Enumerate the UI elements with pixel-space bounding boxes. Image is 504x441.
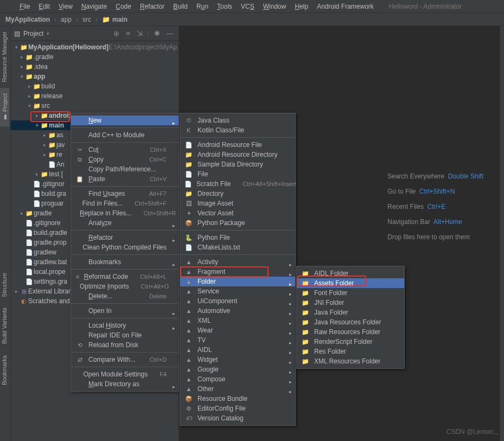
menu-item[interactable]: Open In <box>71 306 178 316</box>
menu-view[interactable]: View <box>55 2 76 11</box>
menu-item[interactable]: 📁RenderScript Folder <box>297 337 404 347</box>
menu-code[interactable]: Code <box>112 2 135 11</box>
menu-item[interactable]: ▲Compose <box>180 374 295 384</box>
crumb-app[interactable]: app <box>61 16 72 23</box>
menu-navigate[interactable]: Navigate <box>78 2 110 11</box>
tree-row[interactable]: ▸📁.idea <box>11 62 178 72</box>
menu-item[interactable]: ⇄Compare With...Ctrl+D <box>71 355 178 365</box>
menu-item[interactable]: 📁Assets Folder <box>297 278 404 288</box>
target-icon[interactable]: ⊕ <box>112 29 121 37</box>
menu-item[interactable]: ▲UiComponent <box>180 296 295 306</box>
menu-item[interactable]: ▲Automotive <box>180 306 295 316</box>
tab-resource-manager[interactable]: Resource Manager <box>0 26 9 88</box>
menu-item[interactable]: ▲AIDL <box>180 345 295 355</box>
menu-item[interactable]: Open Module SettingsF4 <box>71 369 178 379</box>
menu-refactor[interactable]: Refactor <box>137 2 168 11</box>
collapse-icon[interactable]: ≡ <box>124 29 132 37</box>
menu-item[interactable]: ▲Activity <box>180 257 295 267</box>
context-menu-main[interactable]: NewAdd C++ to Module✂CutCtrl+X⧉CopyCtrl+… <box>71 113 179 392</box>
menu-item[interactable]: Repair IDE on File <box>71 330 178 340</box>
menu-item[interactable]: ▲TV <box>180 335 295 345</box>
menu-item[interactable]: 📁XML Resources Folder <box>297 356 404 366</box>
menu-item[interactable]: ✂CutCtrl+X <box>71 145 178 155</box>
menu-android-framework[interactable]: Android Framework <box>314 2 377 11</box>
expand-icon[interactable]: ⇲ <box>135 29 144 37</box>
tree-row[interactable]: ▾📁src <box>11 101 178 111</box>
menu-item[interactable]: ▲Folder <box>180 277 295 286</box>
tab-build-variants[interactable]: Build Variants <box>0 302 9 349</box>
menu-item[interactable]: ▲Wear <box>180 325 295 335</box>
crumb-root[interactable]: MyApplication <box>5 16 50 23</box>
settings-icon[interactable]: ✱ <box>152 29 162 37</box>
tree-row[interactable]: ▸📁.gradle <box>11 52 178 62</box>
tab-bookmarks[interactable]: Bookmarks <box>0 350 9 391</box>
menu-item[interactable]: Find UsagesAlt+F7 <box>71 189 178 199</box>
menu-item[interactable]: 📁JNI Folder <box>297 298 404 308</box>
menu-item[interactable]: 📦Resource Bundle <box>180 394 295 404</box>
menu-item[interactable]: 📁Java Resources Folder <box>297 317 404 327</box>
menu-item[interactable]: ⧉CopyCtrl+C <box>71 155 178 164</box>
tree-row[interactable]: ▾📁MyApplication [Helloword] E:\Androidpr… <box>11 42 178 52</box>
menu-item[interactable]: Delete...Delete <box>71 291 178 301</box>
menu-item[interactable]: ▲Google <box>180 365 295 374</box>
menu-item[interactable]: ▲XML <box>180 316 295 325</box>
menu-vcs[interactable]: VCS <box>238 2 258 11</box>
project-panel-title[interactable]: Project <box>23 30 43 37</box>
menu-item[interactable]: Add C++ to Module <box>71 130 178 140</box>
menu-item[interactable]: ▲Other <box>180 384 295 394</box>
menu-item[interactable]: 📁Raw Resources Folder <box>297 327 404 337</box>
menu-item[interactable]: Local History <box>71 321 178 330</box>
menu-run[interactable]: Run <box>193 2 212 11</box>
menu-item[interactable]: ✦Vector Asset <box>180 208 295 218</box>
menu-file[interactable]: File <box>16 2 33 11</box>
menu-item[interactable]: 📋PasteCtrl+V <box>71 174 178 184</box>
menu-item[interactable]: ▲Widget <box>180 355 295 365</box>
menu-tools[interactable]: Tools <box>214 2 235 11</box>
menu-item[interactable]: ▲Service <box>180 286 295 296</box>
menu-item[interactable]: 📁Font Folder <box>297 288 404 298</box>
submenu-new[interactable]: ©Java ClassKKotlin Class/File📄Android Re… <box>180 113 296 426</box>
menu-item[interactable]: Optimize ImportsCtrl+Alt+O <box>71 282 178 291</box>
menu-item[interactable]: Mark Directory as <box>71 379 178 389</box>
menu-item[interactable]: 🏷Version Catalog <box>180 413 295 423</box>
menu-item[interactable]: ©Java Class <box>180 116 295 125</box>
menu-item[interactable]: Refactor <box>71 233 178 242</box>
menu-item[interactable]: ▲Fragment <box>180 267 295 277</box>
menu-edit[interactable]: Edit <box>35 2 53 11</box>
menu-item[interactable]: Bookmarks <box>71 257 178 267</box>
menu-item[interactable]: 📁Directory <box>180 189 295 199</box>
menu-item[interactable]: ⟲Reload from Disk <box>71 340 178 350</box>
crumb-src[interactable]: src <box>82 16 91 23</box>
menu-item[interactable]: 📄CMakeLists.txt <box>180 242 295 252</box>
menu-item[interactable]: 📁Sample Data Directory <box>180 159 295 169</box>
menu-window[interactable]: Window <box>260 2 290 11</box>
menu-item[interactable]: KKotlin Class/File <box>180 125 295 135</box>
project-combo-icon[interactable]: ▤ <box>14 30 20 37</box>
menu-item[interactable]: 🖼Image Asset <box>180 199 295 208</box>
menu-item[interactable]: 📄File <box>180 169 295 179</box>
tab-project[interactable]: ▮ Project <box>0 88 9 126</box>
tree-row[interactable]: ▾📁app <box>11 72 178 81</box>
menu-item[interactable]: Replace in Files...Ctrl+Shift+R <box>71 208 178 218</box>
menu-item[interactable]: 📄Android Resource File <box>180 140 295 150</box>
menu-item[interactable]: ≡Reformat CodeCtrl+Alt+L <box>71 272 178 282</box>
menu-build[interactable]: Build <box>170 2 191 11</box>
menu-item[interactable]: Copy Path/Reference... <box>71 164 178 174</box>
menu-item[interactable]: New <box>71 116 178 125</box>
menu-item[interactable]: ⚙EditorConfig File <box>180 404 295 413</box>
tree-row[interactable]: ▸📁build <box>11 81 178 91</box>
menu-item[interactable]: Analyze <box>71 218 178 228</box>
menu-item[interactable]: 📁Res Folder <box>297 347 404 356</box>
menu-help[interactable]: Help <box>291 2 311 11</box>
menu-item[interactable]: Clean Python Compiled Files <box>71 242 178 252</box>
menu-item[interactable]: Find in Files...Ctrl+Shift+F <box>71 199 178 208</box>
menu-item[interactable]: 📁AIDL Folder <box>297 269 404 278</box>
menu-item[interactable]: 📁Java Folder <box>297 308 404 317</box>
tree-row[interactable]: ▸📁release <box>11 91 178 101</box>
crumb-main[interactable]: main <box>112 16 127 23</box>
menu-item[interactable]: 📁Android Resource Directory <box>180 150 295 159</box>
menu-item[interactable]: 📦Python Package <box>180 218 295 228</box>
menu-item[interactable]: 🐍Python File <box>180 233 295 242</box>
submenu-folder[interactable]: 📁AIDL Folder📁Assets Folder📁Font Folder📁J… <box>296 266 405 369</box>
menu-item[interactable]: 📄Scratch FileCtrl+Alt+Shift+Insert <box>180 179 295 189</box>
